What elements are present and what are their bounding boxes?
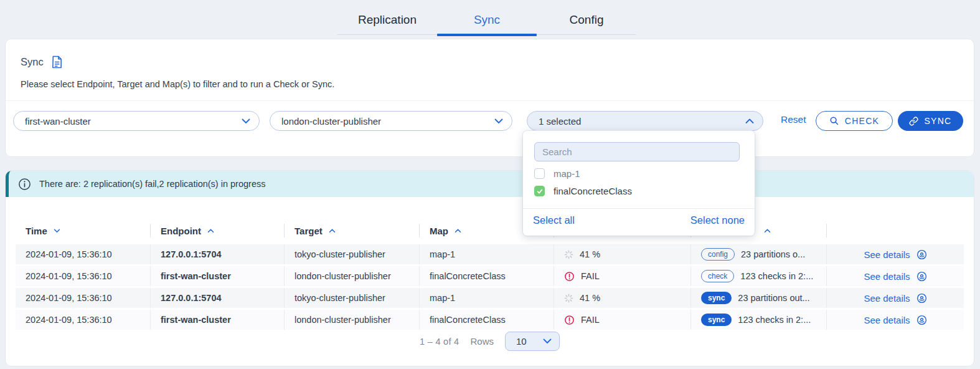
link-icon [909,117,918,126]
cell-status: FAIL [554,310,690,330]
header-endpoint[interactable]: Endpoint [150,224,284,237]
checkbox-checked-icon[interactable] [534,186,545,196]
cell-endpoint: first-wan-cluster [150,310,284,330]
chevron-down-icon [543,338,552,344]
pagination-range: 1 – 4 of 4 [420,337,459,347]
cell-target: tokyo-cluster-publisher [284,288,419,308]
sort-asc-icon [455,229,461,233]
sort-desc-icon [54,229,60,233]
see-details-label: See details [864,293,910,304]
select-none-link[interactable]: Select none [690,214,745,226]
dropdown-footer: Select all Select none [533,214,745,226]
cell-time: 2024-01-09, 15:36:10 [16,310,150,330]
table-body: 2024-01-09, 15:36:10 127.0.0.1:5704 toky… [16,244,964,330]
document-icon[interactable] [51,55,63,69]
cell-result: check 123 checks in 2:... [690,266,826,286]
cell-target: london-cluster-publisher [284,310,419,330]
map-option[interactable]: map-1 [534,168,580,179]
cell-time: 2024-01-09, 15:36:10 [16,288,150,308]
result-message: 23 partitions out... [738,293,809,303]
rows-per-page-select[interactable]: 10 [505,332,560,351]
sort-asc-icon [207,229,214,233]
cell-endpoint: first-wan-cluster [150,266,284,286]
cell-map: map-1 [419,288,554,308]
pagination: 1 – 4 of 4 Rows 10 [6,332,974,351]
see-details-label: See details [864,315,910,325]
table-row[interactable]: 2024-01-09, 15:36:10 127.0.0.1:5704 toky… [16,288,964,308]
cell-result: sync 23 partitions out... [690,288,826,308]
chevron-up-icon [745,118,754,124]
eye-icon [916,271,927,282]
target-select[interactable]: london-cluster-publisher [270,111,512,131]
spinner-icon [564,294,573,303]
header-endpoint-label: Endpoint [161,226,201,236]
rows-per-page-value: 10 [516,336,543,347]
sort-asc-icon [764,229,771,233]
map-option[interactable]: finalConcreteClass [534,186,632,196]
fail-alert-icon [564,315,575,325]
cell-map: finalConcreteClass [419,310,554,330]
table-row[interactable]: 2024-01-09, 15:36:10 127.0.0.1:5704 toky… [16,244,964,264]
header-time-label: Time [26,226,47,236]
check-button-label: CHECK [845,116,880,126]
table-row[interactable]: 2024-01-09, 15:36:10 first-wan-cluster l… [16,310,964,330]
header-map-label: Map [430,226,448,236]
map-multiselect[interactable]: 1 selected [527,111,763,131]
cell-time: 2024-01-09, 15:36:10 [16,244,150,264]
checkbox-unchecked-icon[interactable] [534,168,545,179]
search-icon [829,116,839,126]
cell-status: 41 % [554,288,690,308]
cell-map: finalConcreteClass [419,266,554,286]
select-all-link[interactable]: Select all [533,214,575,226]
reset-link[interactable]: Reset [781,114,806,125]
see-details-link[interactable]: See details [826,310,964,330]
divider [523,208,755,209]
check-button[interactable]: CHECK [816,111,893,131]
see-details-link[interactable]: See details [826,244,964,264]
header-target[interactable]: Target [284,224,419,237]
map-dropdown-panel: map-1 finalConcreteClass Select all Sele… [523,131,755,236]
see-details-label: See details [864,271,910,282]
header-target-label: Target [294,226,323,236]
cell-target: tokyo-cluster-publisher [284,244,419,264]
cell-result: sync 123 checks in 2:... [690,310,826,330]
info-banner: There are: 2 replication(s) fail,2 repli… [6,171,974,197]
sync-button[interactable]: SYNC [898,111,963,131]
header-time[interactable]: Time [16,224,150,237]
search-input[interactable] [534,142,740,161]
status-text: FAIL [581,271,600,281]
see-details-link[interactable]: See details [826,266,964,286]
chevron-down-icon [494,118,503,124]
endpoint-select[interactable]: first-wan-cluster [13,111,260,131]
divider [6,100,974,101]
table-row[interactable]: 2024-01-09, 15:36:10 first-wan-cluster l… [16,266,964,286]
status-badge: sync [701,314,732,326]
tab-replication[interactable]: Replication [337,7,437,34]
info-icon [18,178,31,191]
chevron-down-icon [242,118,250,124]
sort-asc-icon [329,229,336,233]
map-option-label: finalConcreteClass [554,186,632,196]
cell-status: 41 % [554,244,690,264]
filter-row: first-wan-cluster london-cluster-publish… [6,111,974,131]
cell-target: london-cluster-publisher [284,266,419,286]
result-message: 123 checks in 2:... [738,315,811,325]
map-multiselect-value: 1 selected [539,116,745,127]
see-details-link[interactable]: See details [826,288,964,308]
status-text: 41 % [580,249,600,259]
filter-description: Please select Endpoint, Target and Map(s… [21,79,334,89]
sync-filter-card: Sync Please select Endpoint, Target and … [5,39,974,157]
status-text: FAIL [581,315,600,325]
status-badge: sync [701,292,732,304]
tab-sync[interactable]: Sync [437,7,537,34]
tab-config[interactable]: Config [537,7,636,34]
sync-results-card: There are: 2 replication(s) fail,2 repli… [5,170,974,367]
cell-map: map-1 [419,244,554,264]
spinner-icon [564,250,573,259]
cell-endpoint: 127.0.0.1:5704 [150,288,284,308]
status-badge: config [701,248,735,261]
cell-time: 2024-01-09, 15:36:10 [16,266,150,286]
status-badge: check [701,270,734,282]
tab-bar: Replication Sync Config [337,7,636,35]
cell-result: config 23 partitions o... [690,244,826,264]
